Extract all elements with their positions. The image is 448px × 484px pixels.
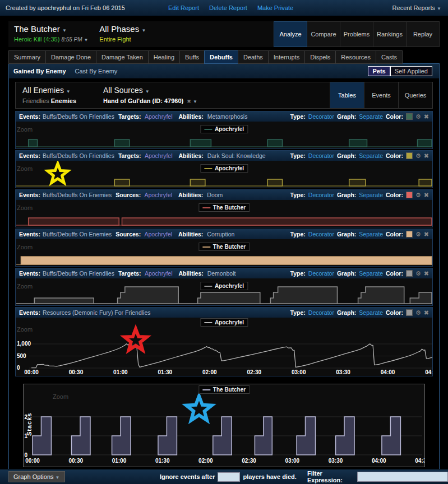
friendlies-option[interactable]: Friendlies [22, 97, 49, 104]
type-value-link[interactable]: Decorator [308, 192, 334, 198]
gear-icon[interactable]: ⚙ [415, 309, 421, 317]
graph-value-link[interactable]: Separate [359, 309, 383, 316]
tab-casts[interactable]: Casts [376, 50, 403, 64]
who-label: Sources: [116, 192, 141, 198]
svg-text:02:00: 02:00 [202, 369, 217, 375]
legend-line [202, 389, 210, 390]
sub-tab-bar: Gained By Enemy Cast By Enemy Pets Self-… [9, 64, 439, 78]
legend-line [204, 168, 212, 169]
close-icon[interactable]: ✖ [424, 231, 429, 238]
tab-dispels[interactable]: Dispels [304, 50, 335, 64]
graph-area[interactable]: Zoom Apochryfel [16, 278, 432, 305]
type-value-link[interactable]: Decorator [308, 113, 334, 120]
footer-bar: Graph Options ▼ Ignore events after play… [0, 469, 448, 484]
kill-time-dropdown[interactable]: 8:55 PM ▼ [61, 36, 88, 43]
color-swatch[interactable] [406, 270, 413, 277]
toggle-self-applied[interactable]: Self-Applied [390, 66, 432, 76]
svg-text:04:00: 04:00 [372, 458, 386, 464]
color-swatch[interactable] [406, 309, 413, 316]
make-private-link[interactable]: Make Private [257, 4, 293, 11]
filter-expression-input[interactable] [357, 472, 448, 482]
analysis-tabs: Summary Damage Done Damage Taken Healing… [8, 50, 440, 64]
source-link[interactable]: Apochryfel [145, 192, 173, 198]
chevron-down-icon: ▼ [145, 89, 150, 94]
graph-value-link[interactable]: Separate [359, 270, 383, 277]
toggle-pets[interactable]: Pets [368, 66, 390, 76]
tab-deaths[interactable]: Deaths [238, 50, 268, 64]
type-value-link[interactable]: Decorator [308, 231, 334, 238]
graph-row-dark-soul: Events:Buffs/Debuffs On Friendlies Targe… [15, 150, 433, 188]
chevron-down-icon[interactable]: ▼ [193, 99, 197, 104]
close-icon[interactable]: ✖ [424, 113, 429, 120]
tab-healing[interactable]: Healing [148, 50, 179, 64]
target-link[interactable]: Apochryfel [145, 270, 173, 277]
edit-report-link[interactable]: Edit Report [168, 4, 199, 11]
tab-summary[interactable]: Summary [8, 50, 45, 64]
tab-resources[interactable]: Resources [335, 50, 376, 64]
players-died-input[interactable] [218, 472, 240, 482]
nav-button-replay[interactable]: Replay [407, 21, 440, 47]
view-tables[interactable]: Tables [330, 82, 364, 108]
recent-reports-dropdown[interactable]: Recent Reports ▼ [392, 4, 441, 11]
delete-report-link[interactable]: Delete Report [209, 4, 247, 11]
graph-area[interactable]: Zoom The Butcher [16, 239, 432, 266]
phase-dropdown[interactable]: All Phases ▼ [99, 24, 146, 34]
tab-buffs[interactable]: Buffs [179, 50, 204, 64]
graph-area[interactable]: Zoom Apochryfel 05001,00000:0000:3001:00… [16, 318, 432, 376]
remove-filter-icon[interactable]: ✖ [187, 99, 191, 104]
gear-icon[interactable]: ⚙ [415, 192, 421, 199]
boss-dropdown[interactable]: The Butcher ▼ [14, 24, 88, 34]
tab-interrupts[interactable]: Interrupts [268, 50, 304, 64]
type-value-link[interactable]: Decorator [308, 309, 334, 316]
enemies-dropdown[interactable]: All Enemies ▼ [22, 86, 90, 95]
tab-damage-taken[interactable]: Damage Taken [96, 50, 148, 64]
enemies-option[interactable]: Enemies [51, 97, 76, 104]
target-link[interactable]: Apochryfel [145, 152, 173, 159]
legend: The Butcher [198, 385, 250, 394]
nav-button-analyze[interactable]: Analyze [274, 21, 307, 47]
stacks-chart-panel[interactable]: The Butcher Zoom Stacks 01200:0000:3001:… [23, 384, 425, 467]
close-icon[interactable]: ✖ [424, 309, 429, 317]
close-icon[interactable]: ✖ [424, 270, 429, 277]
color-swatch[interactable] [406, 113, 413, 120]
color-swatch[interactable] [406, 231, 413, 238]
type-value-link[interactable]: Decorator [308, 270, 334, 277]
svg-text:04:00: 04:00 [381, 369, 395, 375]
gear-icon[interactable]: ⚙ [415, 152, 421, 160]
tab-debuffs[interactable]: Debuffs [204, 50, 238, 64]
close-icon[interactable]: ✖ [424, 152, 429, 160]
gear-icon[interactable]: ⚙ [415, 270, 421, 277]
gear-icon[interactable]: ⚙ [415, 231, 421, 238]
source-link[interactable]: Apochryfel [145, 231, 173, 238]
color-swatch[interactable] [406, 152, 413, 159]
close-icon[interactable]: ✖ [424, 192, 429, 199]
ability-value: Metamorphosis [207, 113, 248, 120]
color-swatch[interactable] [406, 192, 413, 198]
svg-text:00:30: 00:30 [69, 369, 84, 375]
source-filter-chip: Hand of Gul'dan (ID: 47960) [103, 97, 183, 104]
view-queries[interactable]: Queries [398, 82, 432, 108]
nav-button-problems[interactable]: Problems [340, 21, 373, 47]
type-label: Type: [290, 270, 306, 277]
graph-options-button[interactable]: Graph Options ▼ [8, 471, 65, 482]
sources-dropdown[interactable]: All Sources ▼ [103, 86, 197, 95]
graph-area[interactable]: Zoom Apochryfel [16, 161, 432, 188]
gear-icon[interactable]: ⚙ [415, 113, 421, 120]
graph-value-link[interactable]: Separate [359, 113, 383, 120]
target-link[interactable]: Apochryfel [145, 113, 173, 120]
nav-button-rankings[interactable]: Rankings [373, 21, 407, 47]
graph-value-link[interactable]: Separate [359, 152, 383, 159]
svg-text:00:00: 00:00 [25, 458, 40, 464]
tab-damage-done[interactable]: Damage Done [45, 50, 96, 64]
type-value-link[interactable]: Decorator [308, 152, 334, 159]
view-events[interactable]: Events [364, 82, 398, 108]
top-bar: Created by apochryphul on Fri Feb 06 201… [0, 0, 448, 17]
graph-area[interactable]: Zoom The Butcher [16, 200, 432, 227]
graph-value-link[interactable]: Separate [359, 231, 383, 238]
graph-area[interactable]: Zoom Apochryfel [16, 122, 432, 148]
subtab-cast-by-enemy[interactable]: Cast By Enemy [75, 68, 118, 75]
nav-button-compare[interactable]: Compare [307, 21, 340, 47]
svg-text:04:30: 04:30 [415, 458, 424, 464]
subtab-gained-by-enemy[interactable]: Gained By Enemy [13, 68, 66, 75]
graph-value-link[interactable]: Separate [359, 192, 383, 198]
